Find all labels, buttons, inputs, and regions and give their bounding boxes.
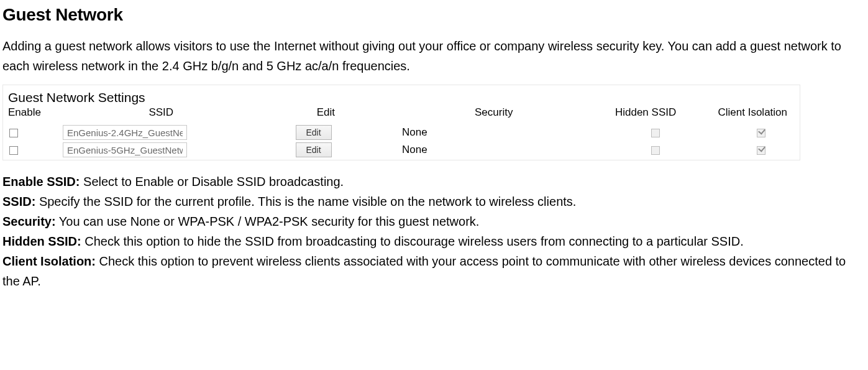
intro-paragraph: Adding a guest network allows visitors t… bbox=[2, 36, 866, 76]
definition-term: SSID: bbox=[2, 195, 35, 208]
definition-desc: Specify the SSID for the current profile… bbox=[35, 195, 576, 208]
table-row: Edit None bbox=[3, 141, 800, 159]
col-ssid: SSID bbox=[60, 105, 262, 124]
definitions-list: Enable SSID: Select to Enable or Disable… bbox=[2, 172, 866, 291]
security-value: None bbox=[390, 124, 598, 141]
definition-row: Client Isolation: Check this option to p… bbox=[2, 251, 866, 291]
definition-row: Security: You can use None or WPA-PSK / … bbox=[2, 211, 866, 231]
ssid-input[interactable] bbox=[63, 125, 187, 140]
definition-term: Hidden SSID: bbox=[2, 234, 81, 248]
edit-button[interactable]: Edit bbox=[296, 125, 332, 140]
settings-heading: Guest Network Settings bbox=[3, 88, 800, 105]
col-enable: Enable bbox=[3, 105, 60, 124]
col-edit: Edit bbox=[262, 105, 390, 124]
table-row: Edit None bbox=[3, 124, 800, 141]
definition-term: Security: bbox=[2, 215, 56, 228]
col-security: Security bbox=[390, 105, 598, 124]
definition-desc: You can use None or WPA-PSK / WPA2-PSK s… bbox=[56, 215, 480, 228]
ssid-input[interactable] bbox=[63, 142, 187, 157]
settings-table: Enable SSID Edit Security Hidden SSID Cl… bbox=[3, 105, 800, 159]
security-value: None bbox=[390, 141, 598, 159]
definition-row: Enable SSID: Select to Enable or Disable… bbox=[2, 172, 866, 192]
col-client-isolation: Client Isolation bbox=[678, 105, 800, 124]
col-hidden-ssid: Hidden SSID bbox=[598, 105, 678, 124]
definition-row: SSID: Specify the SSID for the current p… bbox=[2, 192, 866, 211]
enable-checkbox[interactable] bbox=[9, 129, 18, 137]
guest-network-settings-panel: Guest Network Settings Enable SSID Edit … bbox=[2, 85, 800, 160]
definition-term: Client Isolation: bbox=[2, 254, 96, 268]
definition-desc: Check this option to hide the SSID from … bbox=[81, 234, 744, 248]
hidden-ssid-checkbox[interactable] bbox=[651, 129, 660, 137]
client-isolation-checkbox[interactable] bbox=[757, 146, 765, 155]
definition-row: Hidden SSID: Check this option to hide t… bbox=[2, 231, 866, 251]
definition-desc: Select to Enable or Disable SSID broadca… bbox=[80, 175, 344, 188]
definition-desc: Check this option to prevent wireless cl… bbox=[2, 254, 846, 288]
page-title: Guest Network bbox=[2, 5, 866, 25]
client-isolation-checkbox[interactable] bbox=[757, 129, 765, 137]
settings-header-row: Enable SSID Edit Security Hidden SSID Cl… bbox=[3, 105, 800, 124]
definition-term: Enable SSID: bbox=[2, 175, 80, 188]
edit-button[interactable]: Edit bbox=[296, 142, 332, 157]
hidden-ssid-checkbox[interactable] bbox=[651, 146, 660, 155]
enable-checkbox[interactable] bbox=[9, 146, 18, 155]
